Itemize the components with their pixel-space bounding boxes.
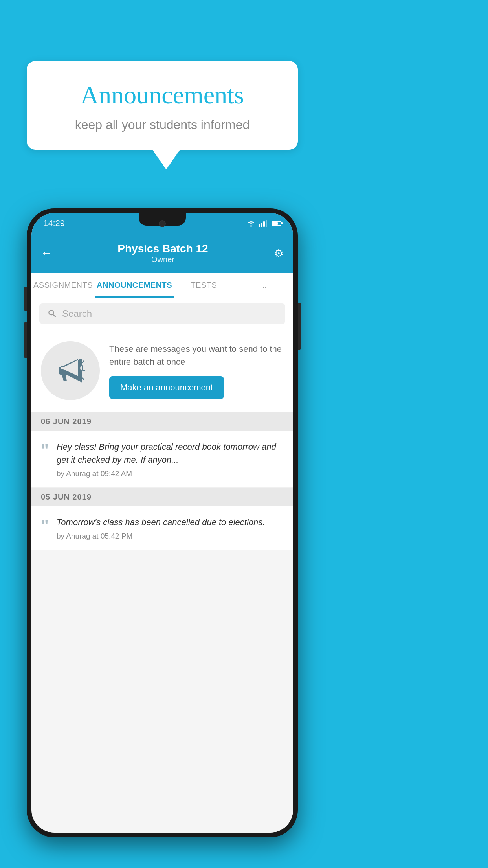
header-center: Physics Batch 12 Owner <box>117 243 208 264</box>
tab-assignments[interactable]: ASSIGNMENTS <box>31 273 95 298</box>
date-separator-2: 05 JUN 2019 <box>31 488 293 506</box>
phone-side-btn-volume <box>24 322 27 358</box>
settings-icon[interactable]: ⚙ <box>274 247 284 260</box>
speech-bubble-tail <box>152 150 180 169</box>
announcement-text-2: Tomorrow's class has been cancelled due … <box>57 516 284 529</box>
announcement-text-1: Hey class! Bring your practical record b… <box>57 440 284 466</box>
promo-right: These are messages you want to send to t… <box>109 342 284 399</box>
app-header: ← Physics Batch 12 Owner ⚙ <box>31 234 293 273</box>
phone-frame: 14:29 <box>27 208 298 837</box>
svg-line-0 <box>82 361 84 363</box>
quote-icon-2: " <box>41 517 49 541</box>
speech-bubble-subtitle: keep all your students informed <box>42 118 282 132</box>
header-title: Physics Batch 12 <box>117 243 208 255</box>
battery-icon <box>272 221 281 226</box>
announcement-content-2: Tomorrow's class has been cancelled due … <box>57 516 284 541</box>
promo-description: These are messages you want to send to t… <box>109 342 284 368</box>
back-button[interactable]: ← <box>41 247 52 259</box>
announcement-item-2[interactable]: " Tomorrow's class has been cancelled du… <box>31 506 293 550</box>
phone-camera <box>159 220 166 227</box>
announcement-meta-1: by Anurag at 09:42 AM <box>57 469 284 478</box>
megaphone-icon <box>55 355 86 386</box>
tab-more[interactable]: ... <box>234 273 293 298</box>
phone-side-btn-power <box>24 287 27 311</box>
content-area: Search These are <box>31 298 293 550</box>
make-announcement-button[interactable]: Make an announcement <box>109 376 224 399</box>
search-container: Search <box>31 298 293 329</box>
tabs-bar: ASSIGNMENTS ANNOUNCEMENTS TESTS ... <box>31 273 293 298</box>
search-icon <box>47 309 57 319</box>
phone-wrapper: 14:29 <box>27 208 298 845</box>
svg-line-2 <box>82 378 84 380</box>
announcement-item-1[interactable]: " Hey class! Bring your practical record… <box>31 431 293 488</box>
search-bar[interactable]: Search <box>39 303 285 324</box>
promo-icon-circle <box>41 341 100 400</box>
signal-icon <box>259 220 267 227</box>
status-time: 14:29 <box>43 218 65 228</box>
status-icons <box>247 220 281 227</box>
phone-notch <box>139 213 186 226</box>
speech-bubble-wrapper: Announcements keep all your students inf… <box>27 61 298 169</box>
speech-bubble-title: Announcements <box>42 81 282 110</box>
header-subtitle: Owner <box>117 255 208 264</box>
quote-icon-1: " <box>41 442 49 478</box>
announcement-meta-2: by Anurag at 05:42 PM <box>57 532 284 541</box>
speech-bubble-card: Announcements keep all your students inf… <box>27 61 298 150</box>
phone-side-btn-right <box>298 303 301 350</box>
tab-tests[interactable]: TESTS <box>174 273 233 298</box>
search-placeholder: Search <box>62 308 92 319</box>
date-separator-1: 06 JUN 2019 <box>31 412 293 431</box>
tab-announcements[interactable]: ANNOUNCEMENTS <box>95 273 174 298</box>
wifi-icon <box>247 220 255 227</box>
phone-screen: 14:29 <box>31 213 293 833</box>
promo-card: These are messages you want to send to t… <box>31 329 293 412</box>
announcement-content-1: Hey class! Bring your practical record b… <box>57 440 284 478</box>
